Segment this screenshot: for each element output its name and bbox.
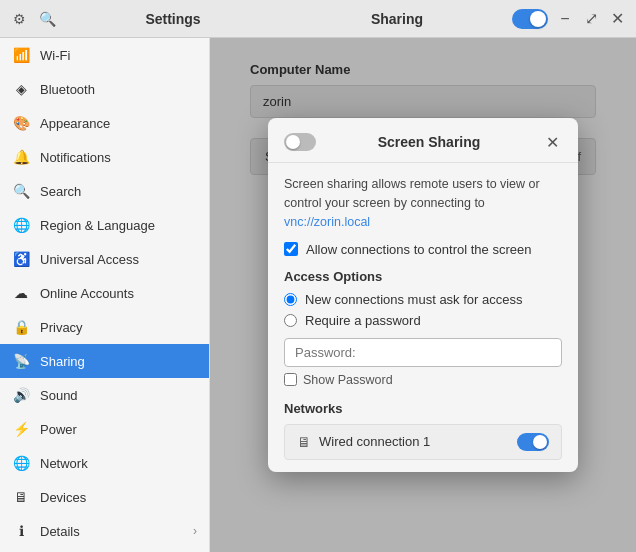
password-input[interactable] [284, 338, 562, 367]
titlebar: ⚙ 🔍 Settings Sharing − ⤢ ✕ [0, 0, 636, 38]
require-password-label: Require a password [305, 313, 421, 328]
sound-icon: 🔊 [12, 386, 30, 404]
sidebar-item-devices-label: Devices [40, 490, 86, 505]
radio-row-require-password: Require a password [284, 313, 562, 328]
sidebar-item-online-accounts-label: Online Accounts [40, 286, 134, 301]
sidebar-item-devices[interactable]: 🖥 Devices [0, 480, 209, 514]
modal-header: Screen Sharing ✕ [268, 118, 578, 163]
sidebar-item-universal-access[interactable]: ♿ Universal Access [0, 242, 209, 276]
network-toggle-knob [533, 435, 547, 449]
sidebar-item-privacy-label: Privacy [40, 320, 83, 335]
sidebar-item-network[interactable]: 🌐 Network [0, 446, 209, 480]
radio-row-ask-access: New connections must ask for access [284, 292, 562, 307]
modal-overlay: Screen Sharing ✕ Screen sharing allows r… [210, 38, 636, 552]
allow-connections-row: Allow connections to control the screen [284, 242, 562, 257]
sidebar-item-appearance-label: Appearance [40, 116, 110, 131]
sidebar-item-power[interactable]: ⚡ Power [0, 412, 209, 446]
privacy-icon: 🔒 [12, 318, 30, 336]
sharing-icon: 📡 [12, 352, 30, 370]
sidebar-item-privacy[interactable]: 🔒 Privacy [0, 310, 209, 344]
screen-sharing-modal: Screen Sharing ✕ Screen sharing allows r… [268, 118, 578, 471]
sidebar-item-network-label: Network [40, 456, 88, 471]
modal-toggle[interactable] [284, 133, 316, 151]
sidebar-item-wifi-label: Wi-Fi [40, 48, 70, 63]
universal-access-icon: ♿ [12, 250, 30, 268]
network-icon: 🌐 [12, 454, 30, 472]
network-left: 🖥 Wired connection 1 [297, 434, 430, 450]
network-toggle[interactable] [517, 433, 549, 451]
sharing-toggle[interactable] [512, 9, 548, 29]
devices-icon: 🖥 [12, 488, 30, 506]
notifications-icon: 🔔 [12, 148, 30, 166]
main-layout: 📶 Wi-Fi ◈ Bluetooth 🎨 Appearance 🔔 Notif… [0, 38, 636, 552]
sidebar-item-details[interactable]: ℹ Details › [0, 514, 209, 548]
titlebar-title: Settings [64, 11, 282, 27]
sidebar-item-wifi[interactable]: 📶 Wi-Fi [0, 38, 209, 72]
allow-connections-checkbox[interactable] [284, 242, 298, 256]
online-accounts-icon: ☁ [12, 284, 30, 302]
sidebar-item-sharing[interactable]: 📡 Sharing [0, 344, 209, 378]
details-icon: ℹ [12, 522, 30, 540]
sidebar-item-sharing-label: Sharing [40, 354, 85, 369]
network-name: Wired connection 1 [319, 434, 430, 449]
modal-toggle-knob [286, 135, 300, 149]
networks-title: Networks [284, 401, 562, 416]
sidebar-item-search[interactable]: 🔍 Search [0, 174, 209, 208]
sidebar-item-region-language[interactable]: 🌐 Region & Language [0, 208, 209, 242]
sidebar-item-sound[interactable]: 🔊 Sound [0, 378, 209, 412]
toggle-knob [530, 11, 546, 27]
window-controls: − ⤢ ✕ [554, 8, 628, 30]
sidebar-item-details-label: Details [40, 524, 80, 539]
toggle-track[interactable] [512, 9, 548, 29]
search-icon: 🔍 [12, 182, 30, 200]
region-icon: 🌐 [12, 216, 30, 234]
minimize-button[interactable]: − [554, 8, 576, 30]
appearance-icon: 🎨 [12, 114, 30, 132]
bluetooth-icon: ◈ [12, 80, 30, 98]
access-options-title: Access Options [284, 269, 562, 284]
modal-body: Screen sharing allows remote users to vi… [268, 163, 578, 471]
vnc-link[interactable]: vnc://zorin.local [284, 215, 370, 229]
allow-connections-label: Allow connections to control the screen [306, 242, 531, 257]
network-row-wired: 🖥 Wired connection 1 [284, 424, 562, 460]
sidebar-item-universal-access-label: Universal Access [40, 252, 139, 267]
modal-description-text: Screen sharing allows remote users to vi… [284, 177, 540, 210]
sidebar-item-notifications-label: Notifications [40, 150, 111, 165]
modal-title: Screen Sharing [316, 134, 542, 150]
sidebar-item-online-accounts[interactable]: ☁ Online Accounts [0, 276, 209, 310]
ask-access-radio[interactable] [284, 293, 297, 306]
sidebar-item-bluetooth[interactable]: ◈ Bluetooth [0, 72, 209, 106]
modal-toggle-track[interactable] [284, 133, 316, 151]
sidebar-item-region-label: Region & Language [40, 218, 155, 233]
wifi-icon: 📶 [12, 46, 30, 64]
require-password-radio[interactable] [284, 314, 297, 327]
modal-close-button[interactable]: ✕ [542, 132, 562, 152]
show-password-label: Show Password [303, 373, 393, 387]
access-options-group: New connections must ask for access Requ… [284, 292, 562, 328]
search-button[interactable]: 🔍 [36, 8, 58, 30]
close-button[interactable]: ✕ [606, 8, 628, 30]
sidebar-item-sound-label: Sound [40, 388, 78, 403]
modal-description: Screen sharing allows remote users to vi… [284, 175, 562, 231]
window-title: Sharing [288, 11, 506, 27]
gear-button[interactable]: ⚙ [8, 8, 30, 30]
sidebar-item-search-label: Search [40, 184, 81, 199]
show-password-checkbox[interactable] [284, 373, 297, 386]
power-icon: ⚡ [12, 420, 30, 438]
restore-button[interactable]: ⤢ [580, 8, 602, 30]
details-arrow-icon: › [193, 524, 197, 538]
sidebar-item-notifications[interactable]: 🔔 Notifications [0, 140, 209, 174]
wired-icon: 🖥 [297, 434, 311, 450]
show-password-row: Show Password [284, 373, 562, 387]
content-area: Computer Name Screen Sharing Off Screen … [210, 38, 636, 552]
ask-access-label: New connections must ask for access [305, 292, 522, 307]
sidebar: 📶 Wi-Fi ◈ Bluetooth 🎨 Appearance 🔔 Notif… [0, 38, 210, 552]
sidebar-item-bluetooth-label: Bluetooth [40, 82, 95, 97]
sidebar-item-power-label: Power [40, 422, 77, 437]
sidebar-item-appearance[interactable]: 🎨 Appearance [0, 106, 209, 140]
